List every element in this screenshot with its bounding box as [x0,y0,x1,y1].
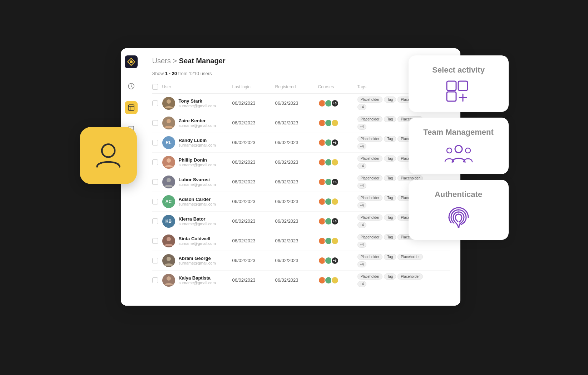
user-email: surname@gmail.com [179,202,216,206]
show-range: 1 - 20 [165,71,177,76]
app-logo [125,55,138,68]
avatar [162,254,175,267]
table-row: Abram George surname@gmail.com 06/02/202… [152,251,450,271]
row-checkbox[interactable] [152,218,162,224]
row-checkbox[interactable] [152,120,162,126]
sidebar-item-users[interactable] [125,101,138,114]
table-row: KB Kierra Bator surname@gmail.com 06/02/… [152,212,450,231]
user-email: surname@gmail.com [179,281,216,285]
row-checkbox[interactable] [152,140,162,145]
table-row: Sinta Coldwell surname@gmail.com 06/02/2… [152,231,450,251]
last-login: 06/02/2023 [232,258,275,263]
tags-cell: Placeholder Tag Placeholder +4 [357,273,429,287]
user-name: Adison Carder [179,197,216,202]
header-last-login: Last login [232,84,275,89]
courses-cell: +5 [318,139,357,147]
registered: 06/02/2023 [275,100,318,106]
tags-cell: Placeholder Tag Placeholder +4 [357,254,429,267]
table-row: Kaiya Baptista surname@gmail.com 06/02/2… [152,271,450,290]
courses-cell: +5 [318,257,357,265]
from-label: from [178,71,189,76]
tag-count: +4 [357,104,366,110]
registered: 06/02/2023 [275,218,318,224]
yellow-user-icon-card [80,127,137,184]
tag: Placeholder [397,254,423,260]
row-checkbox[interactable] [152,258,162,263]
courses-cell [318,237,357,245]
user-icon [92,139,124,172]
registered: 06/02/2023 [275,199,318,204]
team-management-title: Team Management [423,128,493,137]
row-checkbox[interactable] [152,179,162,185]
user-email: surname@gmail.com [179,261,216,265]
svg-point-0 [102,144,115,157]
user-email: surname@gmail.com [179,104,216,108]
row-checkbox[interactable] [152,100,162,106]
user-cell: AC Adison Carder surname@gmail.com [162,195,232,208]
user-info: Kierra Bator surname@gmail.com [179,216,216,226]
breadcrumb: Users > Seat Manager [152,57,450,65]
authenticate-card[interactable]: Authenticate [409,180,509,240]
show-label: Show [152,71,165,76]
tag: Tag [384,254,396,260]
table-header: User Last login Registered Courses Tags [152,82,450,94]
user-info: Lubor Svarosi surname@gmail.com [179,177,216,187]
last-login: 06/02/2023 [232,159,275,165]
tag: Placeholder [357,156,383,162]
right-panels: Select activity Team Management [409,55,509,240]
registered: 06/02/2023 [275,238,318,243]
registered: 06/02/2023 [275,140,318,145]
table-row: AC Adison Carder surname@gmail.com 06/02… [152,192,450,212]
team-management-card[interactable]: Team Management [409,118,509,174]
user-email: surname@gmail.com [179,123,216,128]
tag: Tag [384,116,396,122]
avatar [162,235,175,247]
svg-point-17 [167,178,171,182]
row-checkbox[interactable] [152,199,162,204]
user-cell: RL Randy Lubin surname@gmail.com [162,136,232,149]
tag: Placeholder [397,273,423,280]
user-info: Kaiya Baptista surname@gmail.com [179,275,216,285]
users-table: User Last login Registered Courses Tags [152,82,450,290]
grid-plus-icon [446,80,471,102]
user-cell: Sinta Coldwell surname@gmail.com [162,235,232,247]
user-name: Phillip Donin [179,157,216,163]
user-info: Randy Lubin surname@gmail.com [179,138,216,147]
team-icon [444,143,473,164]
user-cell: Phillip Donin surname@gmail.com [162,156,232,169]
tag-count: +4 [357,222,366,228]
tag-count: +4 [357,261,366,267]
avatar [162,97,175,110]
tag-count: +4 [357,143,366,149]
avatar: KB [162,215,175,228]
row-checkbox[interactable] [152,159,162,165]
svg-rect-22 [458,81,468,90]
tag: Tag [384,234,396,240]
courses-cell [318,158,357,166]
svg-point-14 [167,99,171,104]
table-row: Tony Stark surname@gmail.com 06/02/2023 … [152,94,450,113]
svg-point-2 [130,60,133,63]
breadcrumb-parent: Users [152,57,171,65]
svg-rect-21 [447,81,456,90]
user-name: Lubor Svarosi [179,177,216,182]
select-activity-card[interactable]: Select activity [409,55,509,112]
table-row: RL Randy Lubin surname@gmail.com 06/02/2… [152,133,450,153]
table-row: Phillip Donin surname@gmail.com 06/02/20… [152,153,450,172]
user-name: Tony Stark [179,98,216,104]
registered: 06/02/2023 [275,277,318,283]
table-row: Lubor Svarosi surname@gmail.com 06/02/20… [152,172,450,192]
sidebar-item-dashboard[interactable] [125,80,138,93]
tag-count: +4 [357,202,366,208]
avatar [162,117,175,129]
user-name: Kierra Bator [179,216,216,222]
row-checkbox[interactable] [152,238,162,244]
avatar [162,176,175,188]
row-checkbox[interactable] [152,277,162,283]
user-cell: Kaiya Baptista surname@gmail.com [162,274,232,287]
header-user: User [162,84,232,89]
header-checkbox[interactable] [152,84,162,90]
user-cell: Lubor Svarosi surname@gmail.com [162,176,232,188]
authenticate-title: Authenticate [435,190,482,199]
svg-point-18 [167,237,171,241]
